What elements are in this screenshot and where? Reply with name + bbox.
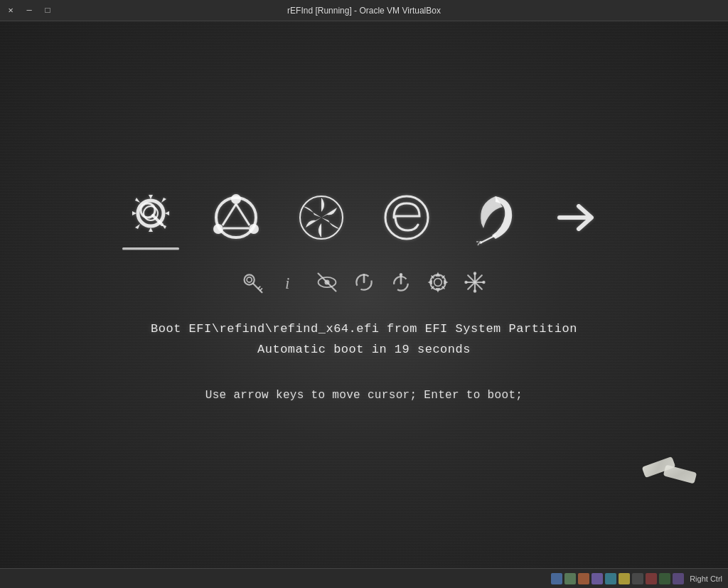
minimize-button[interactable]: ─ (24, 6, 34, 16)
sb-icon-9[interactable] (659, 573, 670, 584)
sb-icon-8[interactable] (646, 573, 657, 584)
statusbar-icons (551, 573, 684, 584)
sb-icon-2[interactable] (564, 573, 576, 584)
tools-icon[interactable] (464, 271, 486, 299)
svg-point-37 (473, 272, 476, 274)
svg-line-21 (260, 289, 262, 291)
sb-icon-1[interactable] (551, 573, 562, 584)
boot-icon-spinner[interactable] (293, 189, 350, 246)
power-icon[interactable] (353, 271, 375, 299)
sb-icon-4[interactable] (592, 573, 603, 584)
info-icon[interactable]: i (279, 271, 301, 299)
svg-line-19 (253, 284, 262, 292)
svg-point-7 (249, 224, 259, 234)
boot-icon-refind[interactable] (122, 185, 179, 250)
sb-icon-5[interactable] (605, 573, 616, 584)
svg-point-5 (231, 194, 241, 204)
svg-point-32 (430, 274, 445, 289)
sb-icon-6[interactable] (619, 573, 630, 584)
help-text: Use arrow keys to move cursor; Enter to … (205, 389, 523, 402)
vm-screen: i (0, 21, 728, 568)
svg-point-39 (464, 281, 467, 284)
svg-text:i: i (285, 274, 289, 292)
status-line1: Boot EFI\refind\refind_x64.efi from EFI … (151, 319, 577, 340)
svg-line-8 (223, 204, 236, 225)
gear-icon[interactable] (427, 271, 449, 299)
close-button[interactable]: ✕ (6, 6, 16, 16)
sb-icon-10[interactable] (673, 573, 684, 584)
svg-point-6 (213, 224, 223, 234)
statusbar: Right Ctrl (0, 568, 728, 588)
svg-point-30 (400, 273, 402, 276)
svg-line-13 (481, 235, 496, 242)
key-icon[interactable] (242, 271, 264, 299)
boot-icon-ubuntu[interactable] (208, 189, 264, 246)
power2-icon[interactable] (390, 271, 412, 299)
svg-point-18 (247, 277, 252, 282)
svg-point-31 (434, 279, 442, 287)
status-text: Boot EFI\refind\refind_x64.efi from EFI … (151, 319, 577, 360)
hide-icon[interactable] (316, 271, 338, 299)
svg-line-25 (318, 274, 336, 292)
window-title: rEFInd [Running] - Oracle VM VirtualBox (287, 6, 441, 16)
boot-icon-feather[interactable] (464, 189, 520, 246)
chalk-piece-2 (663, 464, 697, 483)
boot-icon-efi[interactable] (378, 189, 435, 246)
boot-icons-row[interactable] (122, 185, 606, 250)
svg-line-9 (236, 204, 250, 225)
right-ctrl-label: Right Ctrl (690, 574, 722, 583)
window-controls[interactable]: ✕ ─ □ (6, 6, 53, 16)
svg-point-38 (473, 289, 476, 292)
boot-icon-arrow[interactable] (549, 189, 606, 246)
maximize-button[interactable]: □ (43, 6, 53, 16)
svg-line-20 (258, 287, 260, 289)
status-line2: Automatic boot in 19 seconds (151, 340, 577, 360)
sb-icon-3[interactable] (578, 573, 589, 584)
svg-point-40 (482, 281, 485, 284)
tools-row: i (242, 271, 486, 299)
svg-line-15 (478, 243, 479, 245)
titlebar: ✕ ─ □ rEFInd [Running] - Oracle VM Virtu… (0, 0, 728, 21)
sb-icon-7[interactable] (632, 573, 643, 584)
